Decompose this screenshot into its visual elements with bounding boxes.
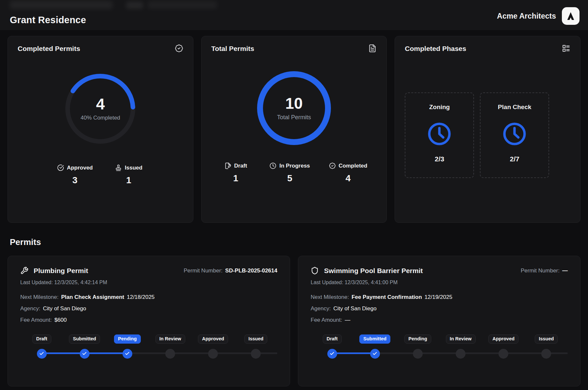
step-label: In Review [155, 334, 185, 344]
next-milestone-label: Next Milestone: [20, 294, 58, 300]
stepper-step-approved: Approved [192, 334, 235, 359]
stat-label: Completed [339, 163, 368, 169]
stat-value: 5 [287, 173, 292, 184]
shield-icon [311, 267, 319, 275]
stat-value: 1 [126, 175, 131, 186]
last-updated-label: Last Updated: [311, 280, 343, 285]
step-dot [165, 349, 175, 359]
step-label: Draft [323, 334, 342, 344]
permit-stepper: DraftSubmittedPendingIn ReviewApprovedIs… [20, 334, 277, 359]
step-label: In Review [446, 334, 476, 344]
list-icon [562, 44, 570, 54]
blurred-breadcrumb [10, 1, 113, 9]
stat-label: In Progress [279, 163, 310, 169]
completed-phases-card: Completed Phases Zoning [395, 36, 580, 223]
step-label: Issued [535, 334, 558, 344]
stamp-icon [115, 164, 122, 171]
total-permits-ring: 10 Total Permits [211, 68, 377, 148]
file-pen-icon [224, 162, 231, 169]
fee-value: — [345, 317, 350, 323]
phase-tile-zoning: Zoning 2/3 [405, 92, 474, 178]
step-check-icon [80, 349, 90, 359]
agency-value: City of San Diego [43, 305, 86, 312]
badge-check-icon [175, 44, 183, 54]
next-milestone-value: Fee Payment Confirmation [351, 294, 422, 300]
phase-count: 2/3 [435, 155, 444, 163]
stat-value: 3 [73, 175, 78, 186]
stepper-step-in-review: In Review [149, 334, 192, 359]
agency-label: Agency: [20, 305, 40, 312]
milestone-row: Next Milestone:Plan Check Assignment12/1… [20, 294, 277, 301]
agency-label: Agency: [311, 305, 331, 312]
card-title: Total Permits [211, 45, 254, 53]
badge-check-icon [329, 162, 336, 169]
clock-icon [502, 121, 527, 147]
clock-icon [427, 121, 452, 147]
in-progress-stat: In Progress 5 [270, 162, 310, 184]
step-check-icon [327, 349, 337, 359]
completed-progress-ring: 4 40% Completed [18, 71, 183, 147]
stepper-step-issued: Issued [525, 334, 568, 359]
fee-value: $600 [54, 317, 67, 323]
permit-name: Plumbing Permit [34, 267, 88, 275]
step-dot [456, 349, 466, 359]
total-count: 10 [285, 96, 302, 111]
agency-row: Agency:City of San Diego [20, 305, 277, 312]
step-label: Pending [114, 334, 140, 344]
last-updated-value: 12/3/2025, 4:42:14 PM [54, 280, 107, 285]
next-milestone-value: Plan Check Assignment [61, 294, 124, 300]
step-dot [251, 349, 261, 359]
step-dot [208, 349, 218, 359]
circle-check-icon [57, 164, 64, 171]
header: Grant Residence Acme Architects [0, 0, 588, 30]
stepper-step-submitted: Submitted [63, 334, 106, 359]
permit-number-value: — [562, 268, 568, 274]
fee-label: Fee Amount: [20, 317, 52, 323]
step-label: Submitted [359, 334, 390, 344]
card-title: Completed Phases [405, 45, 466, 53]
stepper-step-pending: Pending [106, 334, 149, 359]
next-milestone-date: 12/18/2025 [127, 294, 155, 300]
completed-subtitle: 40% Completed [81, 115, 120, 121]
stepper-step-pending: Pending [396, 334, 439, 359]
stat-value: 4 [346, 173, 351, 184]
agency-value: City of San Diego [333, 305, 376, 312]
acme-a-logo-icon[interactable] [562, 7, 580, 25]
completed-permits-card: Completed Permits 4 40% Completed [8, 36, 193, 223]
step-check-icon [37, 349, 47, 359]
permit-name: Swimming Pool Barrier Permit [324, 267, 423, 275]
fee-row: Fee Amount:— [311, 317, 568, 323]
stepper-step-draft: Draft [311, 334, 353, 359]
blurred-badge [126, 2, 143, 9]
permit-number-value: SD-PLB-2025-02614 [225, 268, 277, 274]
file-text-icon [368, 44, 377, 54]
step-label: Approved [488, 334, 518, 344]
stepper-step-issued: Issued [235, 334, 277, 359]
phase-name: Plan Check [498, 104, 531, 111]
step-label: Submitted [69, 334, 100, 344]
page-title: Grant Residence [10, 15, 86, 25]
completed-count: 4 [96, 96, 105, 112]
fee-label: Fee Amount: [311, 317, 342, 323]
stepper-step-in-review: In Review [439, 334, 482, 359]
stepper-step-draft: Draft [20, 334, 63, 359]
approved-stat: Approved 3 [57, 164, 93, 186]
step-label: Approved [198, 334, 228, 344]
last-updated-label: Last Updated: [20, 280, 53, 285]
step-dot [498, 349, 508, 359]
step-check-icon [370, 349, 380, 359]
phase-tile-plan-check: Plan Check 2/7 [480, 92, 549, 178]
completed-stat: Completed 4 [329, 162, 368, 184]
next-milestone-label: Next Milestone: [311, 294, 349, 300]
permit-card-plumbing[interactable]: Plumbing Permit Permit Number:SD-PLB-202… [8, 256, 290, 386]
wrench-icon [20, 267, 28, 275]
permit-number-label: Permit Number: [521, 268, 560, 274]
step-label: Pending [404, 334, 431, 344]
stepper-step-approved: Approved [482, 334, 525, 359]
org-name: Acme Architects [497, 12, 556, 21]
stat-value: 1 [233, 173, 238, 184]
stat-label: Issued [125, 165, 142, 171]
permit-card-pool-barrier[interactable]: Swimming Pool Barrier Permit Permit Numb… [298, 256, 580, 386]
agency-row: Agency:City of San Diego [311, 305, 568, 312]
blurred-toolbar [148, 1, 217, 9]
